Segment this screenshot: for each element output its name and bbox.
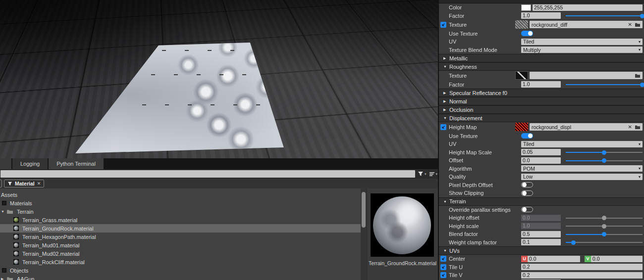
value-field[interactable]: 1.0 [521, 12, 561, 19]
slider[interactable] [566, 149, 643, 155]
editor-window: LoggingPython Terminal ▾ ▾ Material ✕ As… [0, 0, 644, 280]
chevron-down-icon: ▾ [425, 172, 427, 176]
texture-path-field[interactable]: rockground_diff✕ [530, 21, 643, 28]
chevron-down-icon[interactable]: ▼ [1, 210, 6, 213]
tree-item-terrain-groundrock-material[interactable]: Terrain_GroundRock.material [0, 224, 361, 233]
property-label-cell: Texture [439, 73, 521, 79]
tree-item-terrain-mud02-material[interactable]: Terrain_Mud02.material [0, 249, 361, 258]
menu-icon [429, 172, 435, 177]
section-header-roughness[interactable]: ▼Roughness [439, 62, 644, 71]
toggle-switch[interactable] [521, 31, 533, 36]
clear-texture-icon[interactable]: ✕ [628, 22, 632, 27]
slider[interactable] [566, 81, 643, 88]
tree-item-objects[interactable]: Objects [0, 266, 361, 275]
slider[interactable] [566, 157, 643, 164]
color-value-field[interactable]: 255,255,255 [533, 4, 643, 11]
texture-thumbnail[interactable] [515, 20, 528, 29]
property-label-cell: Use Texture [439, 31, 521, 37]
property-control-cell: rockground_displ✕ [521, 123, 643, 131]
tree-item-terrain-rockcliff-material[interactable]: Terrain_RockCliff.material [0, 258, 361, 266]
tree-item-terrain-hexagonpath-material[interactable]: Terrain_HexagonPath.material [0, 233, 361, 241]
slider[interactable] [566, 215, 643, 221]
tree-item-terrain-mud01-material[interactable]: Terrain_Mud01.material [0, 241, 361, 249]
toggle-switch[interactable] [521, 207, 533, 212]
tree-item-label: Objects [10, 268, 28, 274]
texture-thumbnail[interactable] [515, 123, 528, 131]
section-header-occlusion[interactable]: ▶Occlusion [439, 105, 644, 114]
tab-python-terminal[interactable]: Python Terminal [49, 158, 104, 169]
dropdown[interactable]: Multiply▾ [521, 47, 643, 53]
value-field[interactable]: 0.1 [521, 239, 561, 245]
browse-folder-icon[interactable] [635, 22, 641, 27]
property-label: Pixel Depth Offset [449, 182, 492, 188]
u-value-field[interactable]: 0.0 [528, 256, 580, 262]
v-value-field[interactable]: 0.0 [591, 256, 643, 262]
toggle-switch[interactable] [521, 190, 533, 196]
view-options-button[interactable]: ▾ [429, 172, 438, 177]
section-header-uvs[interactable]: ▼UVs [439, 246, 644, 255]
browse-folder-icon[interactable] [635, 125, 641, 130]
section-header-normal[interactable]: ▶Normal [439, 97, 644, 105]
value-field[interactable]: 0.5 [521, 231, 561, 237]
browse-folder-icon[interactable] [635, 73, 641, 78]
slider[interactable] [566, 231, 643, 237]
tab-stub [0, 158, 11, 169]
value-field[interactable]: 0.0 [521, 215, 561, 221]
property-control-cell: rockground_diff✕ [521, 20, 643, 29]
clear-texture-icon[interactable]: ✕ [628, 124, 632, 130]
section-label: Displacement [449, 115, 483, 121]
filter-chip-material[interactable]: Material ✕ [4, 180, 44, 187]
filter-button[interactable]: ▾ [418, 171, 427, 177]
section-header-displacement[interactable]: ▼Displacement [439, 114, 644, 122]
property-label: Height Map Scale [449, 149, 492, 155]
section-header-specular-reflectance-f0[interactable]: ▶Specular Reflectance f0 [439, 89, 644, 97]
property-label: Color [449, 4, 462, 10]
tree-item-materials[interactable]: Materials [0, 199, 361, 207]
value-field[interactable]: 0.2 [521, 264, 643, 270]
property-row-tile-u: Tile U0.2 [439, 263, 644, 272]
tree-item-assets[interactable]: Assets [0, 190, 361, 199]
texture-path-field[interactable]: rockground_displ✕ [530, 123, 643, 131]
property-label-cell: Tile U [439, 264, 521, 270]
tree-item-terrain-grass-material[interactable]: Terrain_Grass.material [0, 216, 361, 224]
color-swatch[interactable] [521, 4, 531, 11]
slider[interactable] [566, 223, 643, 229]
dropdown[interactable]: Tiled▾ [521, 141, 643, 147]
tree-item-terrain[interactable]: ▼Terrain [0, 207, 361, 216]
scrollbar-thumb[interactable] [362, 192, 366, 228]
value-field[interactable]: 0.05 [521, 149, 561, 155]
property-label-cell: Tile V [439, 272, 521, 278]
chevron-down-icon: ▼ [443, 200, 449, 203]
close-icon[interactable]: ✕ [37, 181, 41, 186]
slider[interactable] [566, 12, 643, 19]
tree-scrollbar[interactable] [361, 188, 367, 280]
value-field[interactable]: 0.2 [521, 272, 643, 279]
property-row-offset: Offset0.0 [439, 156, 644, 165]
viewport-3d[interactable] [0, 0, 438, 158]
value-field[interactable]: 1.0 [521, 81, 561, 88]
section-header-terrain[interactable]: ▼Terrain [439, 197, 644, 206]
plane-tick-marks [142, 104, 280, 105]
texture-thumbnail[interactable] [515, 71, 528, 80]
tree-item-aagun[interactable]: ▶AAGun [0, 275, 361, 280]
texture-path-field[interactable] [530, 72, 643, 79]
toggle-switch[interactable] [521, 133, 533, 139]
dropdown[interactable]: POM▾ [521, 165, 643, 172]
slider[interactable] [566, 239, 643, 245]
toggle-switch[interactable] [521, 182, 533, 187]
dropdown[interactable]: Tiled▾ [521, 39, 643, 45]
property-control-cell: 1.0 [521, 12, 643, 19]
dropdown[interactable]: Low▾ [521, 174, 643, 180]
dropdown-value: Tiled [523, 39, 534, 45]
property-control-cell: 255,255,255 [521, 4, 643, 11]
section-header-metallic[interactable]: ▶Metallic [439, 54, 644, 62]
property-control-cell [521, 31, 643, 36]
property-label-cell: UV [439, 141, 521, 147]
value-field[interactable]: 1.0 [521, 223, 561, 229]
chevron-down-icon: ▾ [639, 166, 641, 171]
search-input[interactable] [0, 170, 415, 178]
chevron-down-icon: ▼ [443, 65, 449, 68]
tab-logging[interactable]: Logging [12, 158, 48, 169]
chevron-right-icon[interactable]: ▶ [1, 277, 6, 280]
value-field[interactable]: 0.0 [521, 157, 561, 164]
